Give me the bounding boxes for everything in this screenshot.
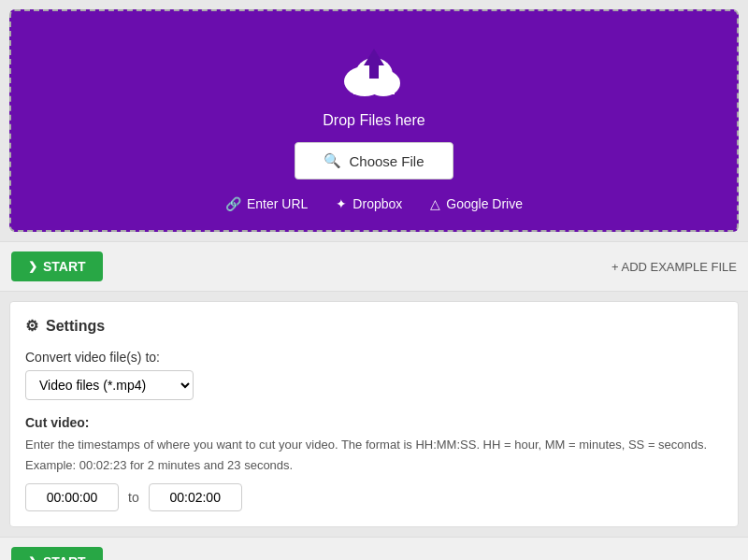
drive-icon: △ xyxy=(430,196,440,211)
start-label-top: START xyxy=(43,259,86,274)
google-drive-link[interactable]: △ Google Drive xyxy=(430,196,523,211)
convert-format-group: Convert video file(s) to: Video files (*… xyxy=(25,350,723,400)
drop-text: Drop Files here xyxy=(323,112,424,129)
page-wrapper: Drop Files here 🔍 Choose File 🔗 Enter UR… xyxy=(0,9,748,560)
svg-rect-3 xyxy=(353,81,395,94)
dropbox-label: Dropbox xyxy=(352,196,402,211)
chevron-right-icon: ❯ xyxy=(28,260,37,273)
start-button-bottom[interactable]: ❯ START xyxy=(11,547,103,561)
dropbox-link[interactable]: ✦ Dropbox xyxy=(336,196,402,211)
time-from-input[interactable] xyxy=(25,483,119,511)
enter-url-label: Enter URL xyxy=(247,196,308,211)
drop-zone[interactable]: Drop Files here 🔍 Choose File 🔗 Enter UR… xyxy=(9,9,739,232)
dropbox-icon: ✦ xyxy=(336,196,347,211)
time-to-input[interactable] xyxy=(149,483,242,511)
time-separator: to xyxy=(128,490,139,505)
gear-icon: ⚙ xyxy=(25,317,38,335)
start-bar-top: ❯ START + ADD EXAMPLE FILE xyxy=(0,241,748,292)
enter-url-link[interactable]: 🔗 Enter URL xyxy=(225,196,308,211)
start-bar-bottom: ❯ START xyxy=(0,537,748,561)
choose-file-button[interactable]: 🔍 Choose File xyxy=(295,142,453,179)
settings-title: ⚙ Settings xyxy=(25,317,723,335)
add-example-label: + ADD EXAMPLE FILE xyxy=(611,260,737,274)
cut-video-section: Cut video: Enter the timestamps of where… xyxy=(25,415,723,511)
choose-file-label: Choose File xyxy=(349,153,424,169)
google-drive-label: Google Drive xyxy=(446,196,523,211)
chevron-right-icon-bottom: ❯ xyxy=(28,555,37,561)
cut-video-title: Cut video: xyxy=(25,415,723,430)
cut-video-desc: Enter the timestamps of where you want t… xyxy=(25,436,723,454)
link-icon: 🔗 xyxy=(225,196,241,211)
cloud-upload-icon xyxy=(337,39,411,105)
link-row: 🔗 Enter URL ✦ Dropbox △ Google Drive xyxy=(225,196,523,211)
search-icon: 🔍 xyxy=(324,152,341,169)
start-button-top[interactable]: ❯ START xyxy=(11,251,103,281)
format-select[interactable]: Video files (*.mp4) Video files (*.avi) … xyxy=(25,370,194,400)
add-example-link[interactable]: + ADD EXAMPLE FILE xyxy=(611,260,737,274)
convert-label: Convert video file(s) to: xyxy=(25,350,723,365)
start-label-bottom: START xyxy=(43,554,86,561)
time-range: to xyxy=(25,483,723,511)
settings-title-text: Settings xyxy=(46,318,105,335)
cut-video-example: Example: 00:02:23 for 2 minutes and 23 s… xyxy=(25,458,723,472)
settings-panel: ⚙ Settings Convert video file(s) to: Vid… xyxy=(9,301,739,527)
